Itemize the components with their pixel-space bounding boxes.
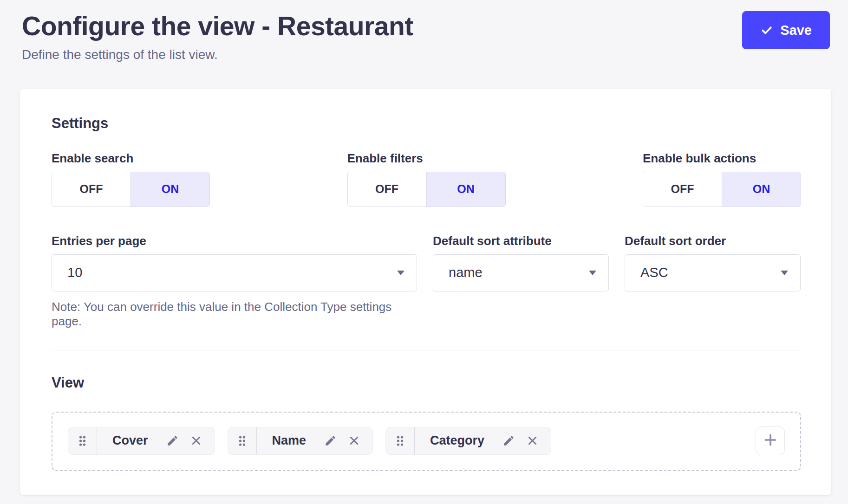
- view-field-pill-category: Category: [385, 427, 551, 455]
- view-field-label: Category: [415, 433, 497, 448]
- chevron-down-icon: [589, 271, 596, 275]
- view-field-pill-cover: Cover: [68, 427, 215, 455]
- enable-bulk-actions-on-option[interactable]: ON: [722, 172, 801, 207]
- close-icon[interactable]: [184, 434, 215, 447]
- add-field-button[interactable]: [756, 426, 785, 455]
- default-sort-order-label: Default sort order: [625, 234, 801, 248]
- drag-handle-icon[interactable]: [68, 427, 97, 454]
- save-button-label: Save: [780, 23, 812, 38]
- default-sort-order-field: Default sort order ASC: [625, 234, 801, 329]
- page-subtitle: Define the settings of the list view.: [22, 47, 413, 62]
- settings-heading: Settings: [52, 115, 801, 132]
- enable-bulk-actions-label: Enable bulk actions: [643, 151, 801, 166]
- page-header-text: Configure the view - Restaurant Define t…: [22, 11, 413, 62]
- enable-filters-field: Enable filters OFF ON: [347, 151, 506, 207]
- page-title: Configure the view - Restaurant: [22, 11, 413, 42]
- page-header: Configure the view - Restaurant Define t…: [0, 0, 848, 62]
- view-field-label: Name: [257, 433, 319, 448]
- enable-bulk-actions-off-option[interactable]: OFF: [643, 172, 722, 207]
- entries-per-page-field: Entries per page 10 Note: You can overri…: [52, 234, 417, 329]
- chevron-down-icon: [781, 271, 788, 275]
- default-sort-attribute-field: Default sort attribute name: [433, 234, 609, 329]
- pencil-icon[interactable]: [497, 434, 521, 447]
- pencil-icon[interactable]: [319, 434, 342, 447]
- enable-search-label: Enable search: [52, 151, 210, 166]
- view-heading: View: [52, 375, 801, 391]
- enable-filters-on-option[interactable]: ON: [426, 172, 505, 207]
- entries-per-page-select[interactable]: 10: [52, 254, 417, 291]
- enable-bulk-actions-toggle: OFF ON: [643, 172, 801, 207]
- enable-filters-off-option[interactable]: OFF: [348, 172, 426, 207]
- drag-handle-icon[interactable]: [228, 427, 257, 454]
- default-sort-attribute-value: name: [449, 265, 483, 280]
- enable-search-field: Enable search OFF ON: [52, 151, 210, 207]
- enable-filters-toggle: OFF ON: [347, 172, 506, 207]
- drag-handle-icon[interactable]: [386, 427, 415, 454]
- select-row: Entries per page 10 Note: You can overri…: [52, 234, 801, 329]
- view-field-pill-name: Name: [228, 427, 373, 455]
- settings-card: Settings Enable search OFF ON Enable fil…: [20, 89, 831, 495]
- enable-search-on-option[interactable]: ON: [130, 172, 209, 207]
- view-fields-drop-zone: Cover: [52, 412, 801, 471]
- default-sort-attribute-select[interactable]: name: [433, 254, 609, 291]
- check-icon: [760, 24, 773, 37]
- default-sort-attribute-label: Default sort attribute: [433, 234, 609, 248]
- chevron-down-icon: [397, 271, 404, 275]
- entries-per-page-value: 10: [67, 265, 82, 280]
- enable-filters-label: Enable filters: [347, 151, 506, 166]
- default-sort-order-select[interactable]: ASC: [625, 254, 801, 291]
- enable-bulk-actions-field: Enable bulk actions OFF ON: [643, 151, 801, 207]
- enable-search-toggle: OFF ON: [52, 172, 210, 207]
- enable-search-off-option[interactable]: OFF: [52, 172, 130, 207]
- toggle-row: Enable search OFF ON Enable filters OFF …: [52, 151, 801, 207]
- view-field-label: Cover: [97, 433, 161, 448]
- save-button[interactable]: Save: [742, 11, 830, 49]
- pencil-icon[interactable]: [161, 434, 184, 447]
- plus-icon: [763, 432, 778, 449]
- default-sort-order-value: ASC: [640, 265, 668, 280]
- close-icon[interactable]: [521, 434, 551, 447]
- entries-per-page-label: Entries per page: [52, 234, 417, 248]
- section-divider: [52, 350, 801, 350]
- entries-per-page-note: Note: You can override this value in the…: [52, 300, 417, 329]
- close-icon[interactable]: [342, 434, 372, 447]
